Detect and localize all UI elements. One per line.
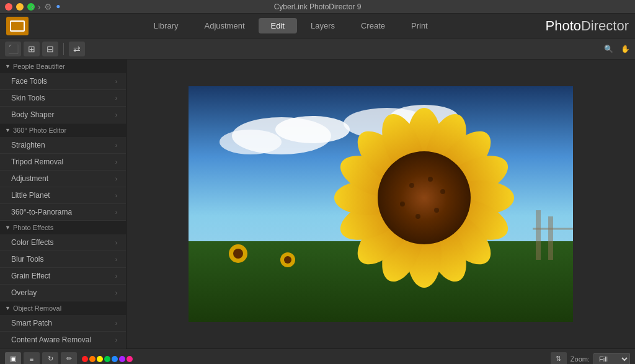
- filmstrip-area: ▣ ≡ ↻ ✏ ⇅ Zoom: Fill Fit 100% ⊞ ≡ Filter…: [0, 348, 635, 364]
- filmstrip-button[interactable]: ≡: [24, 352, 40, 365]
- tab-adjustment[interactable]: Adjustment: [192, 18, 257, 33]
- svg-point-27: [378, 151, 471, 244]
- sort-button[interactable]: ⇅: [551, 352, 567, 365]
- window-title: CyberLink PhotoDirector 9: [274, 2, 362, 11]
- app-logo[interactable]: [6, 17, 29, 35]
- settings-icon[interactable]: ⚙: [44, 2, 52, 12]
- section-360-editor[interactable]: ▼ 360° Photo Editor: [0, 123, 126, 137]
- tab-print[interactable]: Print: [399, 18, 440, 33]
- zoom-select[interactable]: Fill Fit 100%: [593, 353, 630, 365]
- svg-point-32: [415, 214, 420, 219]
- item-label: Skin Tools: [11, 94, 45, 102]
- tab-library[interactable]: Library: [141, 18, 191, 33]
- chevron-right-icon: ›: [115, 337, 117, 344]
- chevron-right-icon: ›: [115, 159, 117, 166]
- compare-button[interactable]: ⇄: [69, 42, 85, 56]
- tab-edit[interactable]: Edit: [259, 18, 297, 33]
- svg-point-3: [220, 130, 282, 154]
- color-purple[interactable]: [119, 356, 125, 362]
- section-label: 360° Photo Editor: [13, 127, 66, 134]
- tab-create[interactable]: Create: [349, 18, 397, 33]
- color-orange[interactable]: [89, 356, 95, 362]
- section-people-beautifier[interactable]: ▼ People Beautifier: [0, 60, 126, 73]
- sidebar-item-smart-patch[interactable]: Smart Patch ›: [0, 315, 126, 332]
- chevron-right-icon: ›: [115, 256, 117, 263]
- item-label: Adjustment: [11, 174, 48, 183]
- sidebar-item-face-tools[interactable]: Face Tools ›: [0, 73, 126, 90]
- chevron-right-icon: ›: [115, 175, 117, 182]
- sidebar-item-straighten[interactable]: Straighten ›: [0, 137, 126, 154]
- color-blue[interactable]: [112, 356, 118, 362]
- svg-point-33: [400, 202, 405, 206]
- window-nav: ‹ › ⚙ ●: [31, 2, 61, 12]
- item-label: Color Effects: [11, 238, 53, 247]
- chevron-right-icon: ›: [115, 95, 117, 102]
- tab-layers[interactable]: Layers: [298, 18, 347, 33]
- fit-screen-button[interactable]: ⬛: [5, 42, 21, 56]
- main-content: ▼ People Beautifier Face Tools › Skin To…: [0, 60, 635, 348]
- sidebar: ▼ People Beautifier Face Tools › Skin To…: [0, 60, 127, 348]
- forward-button[interactable]: ›: [38, 2, 41, 12]
- section-photo-effects[interactable]: ▼ Photo Effects: [0, 221, 126, 234]
- sidebar-item-overlay[interactable]: Overlay ›: [0, 285, 126, 301]
- sidebar-item-blur-tools[interactable]: Blur Tools ›: [0, 251, 126, 268]
- info-icon[interactable]: ●: [56, 2, 60, 12]
- sidebar-item-360-panorama[interactable]: 360°-to-Panorama ›: [0, 204, 126, 221]
- item-label: Body Shaper: [11, 110, 54, 119]
- item-label: Smart Patch: [11, 319, 52, 327]
- nav-tabs: Library Adjustment Edit Layers Create Pr…: [36, 18, 545, 33]
- logo-inner: [10, 20, 25, 32]
- chevron-right-icon: ›: [115, 320, 117, 327]
- zoom-label: Zoom:: [571, 355, 590, 363]
- section-arrow: ▼: [5, 127, 11, 133]
- sidebar-item-little-planet[interactable]: Little Planet ›: [0, 187, 126, 204]
- svg-point-8: [233, 249, 243, 259]
- actual-size-button[interactable]: ⊞: [24, 42, 40, 56]
- chevron-right-icon: ›: [115, 142, 117, 149]
- section-object-removal[interactable]: ▼ Object Removal: [0, 301, 126, 315]
- brush-button[interactable]: ✏: [61, 352, 77, 365]
- item-label: Tripod Removal: [11, 158, 63, 166]
- svg-point-28: [409, 183, 414, 188]
- item-label: Overlay: [11, 288, 37, 297]
- toolbar: ⬛ ⊞ ⊟ ⇄ 🔍 ✋: [0, 38, 635, 60]
- svg-rect-35: [548, 216, 553, 260]
- canvas-area: [127, 60, 635, 348]
- sidebar-item-skin-tools[interactable]: Skin Tools ›: [0, 90, 126, 107]
- minimize-button[interactable]: [16, 3, 24, 11]
- chevron-right-icon: ›: [115, 192, 117, 199]
- section-label: Object Removal: [13, 304, 61, 312]
- top-nav: Library Adjustment Edit Layers Create Pr…: [0, 14, 635, 38]
- selected-view-button[interactable]: ▣: [5, 352, 21, 365]
- color-green[interactable]: [104, 356, 110, 362]
- section-label: People Beautifier: [13, 63, 65, 70]
- back-button[interactable]: ‹: [31, 2, 34, 12]
- color-yellow[interactable]: [97, 356, 103, 362]
- traffic-lights: [5, 3, 35, 11]
- svg-rect-34: [536, 210, 541, 260]
- chevron-right-icon: ›: [115, 78, 117, 85]
- zoom-icon[interactable]: 🔍: [604, 45, 613, 53]
- sidebar-item-tripod-removal[interactable]: Tripod Removal ›: [0, 154, 126, 171]
- close-button[interactable]: [5, 3, 12, 11]
- color-pink[interactable]: [127, 356, 133, 362]
- section-arrow: ▼: [5, 305, 11, 311]
- sidebar-item-grain-effect[interactable]: Grain Effect ›: [0, 268, 126, 285]
- grid-view-button[interactable]: ⊟: [42, 42, 58, 56]
- color-dots: [82, 356, 133, 362]
- section-arrow: ▼: [5, 224, 11, 231]
- chevron-right-icon: ›: [115, 239, 117, 246]
- hand-tool-icon[interactable]: ✋: [621, 45, 630, 53]
- sidebar-item-adjustment[interactable]: Adjustment ›: [0, 171, 126, 187]
- sidebar-item-color-effects[interactable]: Color Effects ›: [0, 234, 126, 251]
- sidebar-item-content-aware-removal[interactable]: Content Aware Removal ›: [0, 332, 126, 348]
- item-label: Face Tools: [11, 77, 47, 86]
- item-label: Content Aware Removal: [11, 335, 91, 344]
- rotate-button[interactable]: ↻: [42, 352, 58, 365]
- zoom-control: ⇅ Zoom: Fill Fit 100%: [551, 352, 630, 365]
- svg-point-10: [284, 256, 291, 264]
- svg-point-31: [434, 208, 439, 213]
- color-red[interactable]: [82, 356, 88, 362]
- sidebar-item-body-shaper[interactable]: Body Shaper ›: [0, 107, 126, 123]
- section-arrow: ▼: [5, 63, 11, 69]
